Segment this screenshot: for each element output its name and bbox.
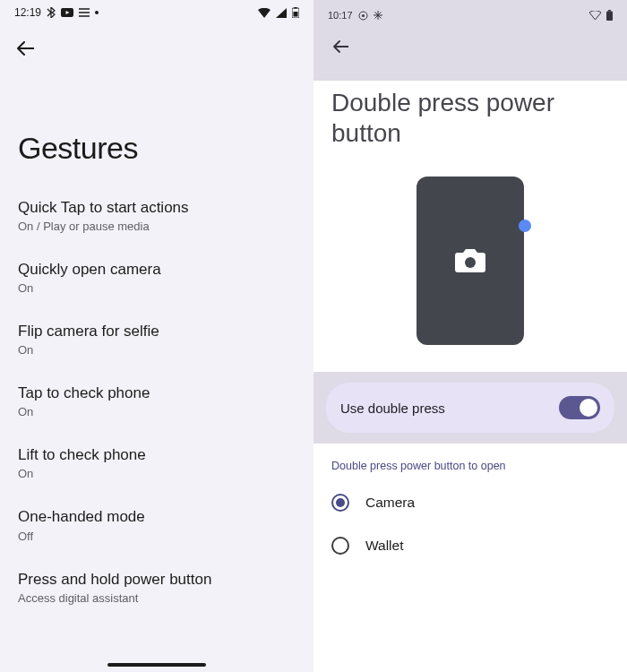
power-button-highlight xyxy=(519,220,531,232)
setting-label: Quick Tap to start actions xyxy=(18,198,296,218)
setting-sub: On / Play or pause media xyxy=(18,220,296,233)
phone-graphic xyxy=(417,177,524,345)
signal-icon xyxy=(276,8,287,18)
status-time: 12:19 xyxy=(14,6,41,19)
setting-one-handed[interactable]: One-handed mode Off xyxy=(18,495,296,556)
setting-label: Press and hold power button xyxy=(18,570,296,590)
setting-sub: On xyxy=(18,343,296,357)
bluetooth-icon xyxy=(47,7,56,18)
svg-point-1 xyxy=(95,11,99,14)
radio-checked-icon xyxy=(331,494,349,512)
battery-icon xyxy=(292,7,299,18)
nav-bar-handle[interactable] xyxy=(107,663,206,667)
setting-label: Flip camera for selfie xyxy=(18,322,296,341)
header-region: 10:17 xyxy=(314,0,627,81)
gestures-screen: 12:19 Gestures Quick Tap to start action… xyxy=(0,0,314,672)
setting-label: Tap to check phone xyxy=(18,383,296,403)
setting-label: One-handed mode xyxy=(18,507,296,527)
illustration xyxy=(314,153,627,372)
battery-icon xyxy=(606,10,613,21)
status-bar: 10:17 xyxy=(328,0,613,30)
setting-sub: On xyxy=(18,405,296,418)
arrow-left-icon xyxy=(16,41,34,56)
page-title: Double press power button xyxy=(314,81,627,153)
setting-quickly-open-camera[interactable]: Quickly open camera On xyxy=(18,247,296,309)
radio-unchecked-icon xyxy=(331,537,349,555)
svg-point-9 xyxy=(465,257,476,268)
wifi-icon xyxy=(589,11,601,20)
setting-sub: Access digital assistant xyxy=(18,591,296,605)
setting-press-hold-power[interactable]: Press and hold power button Access digit… xyxy=(18,557,296,619)
status-time: 10:17 xyxy=(328,10,353,21)
setting-label: Lift to check phone xyxy=(18,445,296,465)
status-bar: 12:19 xyxy=(0,0,314,25)
radio-section: Double press power button to open Camera… xyxy=(314,444,627,571)
radio-label: Camera xyxy=(365,495,415,511)
toggle-section: Use double press xyxy=(314,372,627,444)
double-press-screen: 10:17 Double press power button Use d xyxy=(314,0,627,672)
svg-rect-3 xyxy=(294,12,298,17)
gear-icon xyxy=(358,11,368,21)
svg-rect-8 xyxy=(608,10,611,12)
setting-sub: On xyxy=(18,467,296,480)
switch-on[interactable] xyxy=(559,396,600,419)
radio-option-wallet[interactable]: Wallet xyxy=(331,528,609,571)
setting-sub: Off xyxy=(18,530,296,543)
use-double-press-toggle[interactable]: Use double press xyxy=(326,383,614,433)
radio-option-camera[interactable]: Camera xyxy=(331,485,609,528)
arrow-left-icon xyxy=(332,40,348,53)
toggle-label: Use double press xyxy=(340,401,445,416)
setting-tap-to-check[interactable]: Tap to check phone On xyxy=(18,371,296,433)
setting-quick-tap[interactable]: Quick Tap to start actions On / Play or … xyxy=(18,185,296,247)
snowflake-icon xyxy=(374,11,382,20)
wifi-icon xyxy=(258,8,271,18)
radio-label: Wallet xyxy=(365,538,404,554)
svg-rect-7 xyxy=(606,12,613,22)
setting-lift-to-check[interactable]: Lift to check phone On xyxy=(18,433,296,495)
camera-icon xyxy=(454,247,486,274)
settings-list: Quick Tap to start actions On / Play or … xyxy=(0,185,314,619)
page-title: Gestures xyxy=(0,61,314,185)
back-button[interactable] xyxy=(328,34,353,59)
setting-flip-camera-selfie[interactable]: Flip camera for selfie On xyxy=(18,309,296,371)
svg-rect-4 xyxy=(295,7,297,9)
setting-label: Quickly open camera xyxy=(18,260,296,280)
list-icon xyxy=(79,8,90,17)
radio-header: Double press power button to open xyxy=(331,460,609,472)
back-button[interactable] xyxy=(13,36,38,61)
dot-icon xyxy=(95,11,99,14)
youtube-icon xyxy=(61,8,73,17)
setting-sub: On xyxy=(18,281,296,295)
svg-point-6 xyxy=(362,14,365,17)
